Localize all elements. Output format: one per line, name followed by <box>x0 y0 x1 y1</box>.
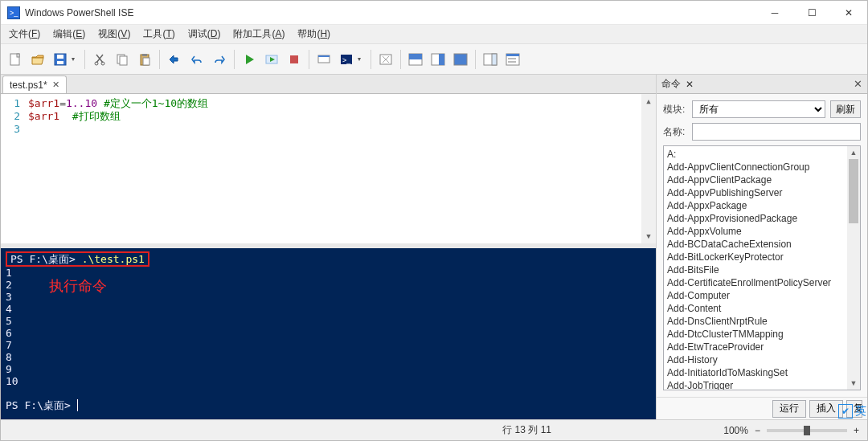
list-item[interactable]: Add-DnsClientNrptRule <box>667 315 844 328</box>
run-selection-button[interactable] <box>262 50 281 69</box>
run-script-from-file-button[interactable] <box>165 50 184 69</box>
ime-indicator[interactable]: ✔ 英 <box>838 404 866 419</box>
new-button[interactable] <box>6 50 25 69</box>
app-window: Windows PowerShell ISE ─ ☐ ✕ 文件(F) 编辑(E)… <box>0 0 868 441</box>
new-remote-tab-button[interactable] <box>314 50 334 69</box>
menu-addons[interactable]: 附加工具(A) <box>228 26 289 43</box>
module-select[interactable]: 所有 <box>692 100 825 118</box>
list-item[interactable]: Add-BitsFile <box>667 263 844 276</box>
paste-button[interactable] <box>135 50 154 69</box>
menu-file[interactable]: 文件(F) <box>4 26 45 43</box>
list-item[interactable]: Add-BitLockerKeyProtector <box>667 251 844 263</box>
zoom-slider[interactable] <box>767 429 847 432</box>
tab-close-icon[interactable]: ✕ <box>52 80 59 90</box>
console-dropdown[interactable]: ▾ <box>358 55 366 63</box>
save-button[interactable] <box>51 50 70 69</box>
commands-scrollbar[interactable]: ▲ ▼ <box>847 146 860 390</box>
stop-button[interactable] <box>285 50 304 69</box>
show-script-pane-right-button[interactable] <box>428 50 448 69</box>
list-item[interactable]: Add-CertificateEnrollmentPolicyServer <box>667 276 844 289</box>
editor-side: test.ps1* ✕ 1 2 3 $arr1=1..10 #定义一个1~10的… <box>1 75 657 419</box>
editor-tabs: test.ps1* ✕ <box>1 75 656 94</box>
clear-console-button[interactable] <box>376 50 395 69</box>
code-area[interactable]: $arr1=1..10 #定义一个1~10的数组$arr1 #打印数组 <box>25 94 641 243</box>
list-item[interactable]: Add-Computer <box>667 289 844 302</box>
undo-button[interactable] <box>187 50 207 69</box>
list-item[interactable]: Add-JobTrigger <box>667 379 844 390</box>
refresh-button[interactable]: 刷新 <box>830 100 861 118</box>
script-editor[interactable]: 1 2 3 $arr1=1..10 #定义一个1~10的数组$arr1 #打印数… <box>1 94 656 243</box>
ime-check-icon[interactable]: ✔ <box>838 404 853 419</box>
console-pane[interactable]: PS F:\桌面> .\test.ps1 12345678910 PS F:\桌… <box>1 248 656 419</box>
show-script-pane-top-button[interactable] <box>406 50 425 69</box>
redo-button[interactable] <box>210 50 229 69</box>
svg-rect-29 <box>508 61 516 63</box>
list-item[interactable]: Add-EtwTraceProvider <box>667 341 844 353</box>
name-label: 名称: <box>663 125 687 139</box>
list-item[interactable]: Add-DtcClusterTMMapping <box>667 328 844 341</box>
open-button[interactable] <box>28 50 47 69</box>
scroll-down-icon[interactable]: ▼ <box>641 229 656 243</box>
list-item[interactable]: Add-AppvClientConnectionGroup <box>667 161 844 174</box>
menu-view[interactable]: 视图(V) <box>93 26 135 43</box>
menu-edit[interactable]: 编辑(E) <box>48 26 90 43</box>
list-item[interactable]: Add-BCDataCacheExtension <box>667 238 844 251</box>
run-button[interactable] <box>240 50 259 69</box>
svg-rect-4 <box>57 61 63 64</box>
pin-icon[interactable]: ✕ <box>684 79 695 90</box>
svg-text:>_: >_ <box>342 56 351 64</box>
menubar: 文件(F) 编辑(E) 视图(V) 工具(T) 调试(D) 附加工具(A) 帮助… <box>1 25 867 44</box>
tab-label: test.ps1* <box>10 80 47 91</box>
zoom-control[interactable]: 100% − + <box>723 425 859 436</box>
menu-help[interactable]: 帮助(H) <box>293 26 335 43</box>
zoom-minus-icon[interactable]: − <box>755 425 760 436</box>
list-item[interactable]: A: <box>667 148 844 161</box>
scroll-up-icon[interactable]: ▲ <box>847 146 860 159</box>
maximize-button[interactable]: ☐ <box>793 1 830 25</box>
close-button[interactable]: ✕ <box>830 1 867 25</box>
ime-language: 英 <box>855 404 866 419</box>
window-title: Windows PowerShell ISE <box>25 7 756 18</box>
scroll-down-icon[interactable]: ▼ <box>847 377 860 390</box>
show-command-addon-button[interactable] <box>481 50 500 69</box>
svg-rect-28 <box>508 58 516 59</box>
editor-tab[interactable]: test.ps1* ✕ <box>2 76 67 93</box>
commands-footer: 运行 插入 复 ✔ 英 <box>657 397 867 419</box>
list-item[interactable]: Add-Content <box>667 302 844 315</box>
commands-header: 命令 ✕ ✕ <box>657 75 867 94</box>
menu-debug[interactable]: 调试(D) <box>183 26 226 43</box>
list-item[interactable]: Add-AppxProvisionedPackage <box>667 212 844 225</box>
toolbar: ▾ >_ ▾ <box>1 44 867 75</box>
run-cmd-button[interactable]: 运行 <box>772 400 806 418</box>
list-item[interactable]: Add-InitiatorIdToMaskingSet <box>667 366 844 379</box>
line-gutter: 1 2 3 <box>1 94 25 243</box>
statusbar: 行 13 列 11 100% − + <box>1 419 867 440</box>
cut-button[interactable] <box>90 50 109 69</box>
menu-tools[interactable]: 工具(T) <box>138 26 179 43</box>
list-item[interactable]: Add-AppxPackage <box>667 199 844 212</box>
commands-list[interactable]: A:Add-AppvClientConnectionGroupAdd-AppvC… <box>664 146 847 390</box>
panel-close-icon[interactable]: ✕ <box>854 78 862 90</box>
commands-panel: 命令 ✕ ✕ 模块: 所有 刷新 名称: A:Add-AppvClientCon… <box>657 75 867 419</box>
scroll-up-icon[interactable]: ▲ <box>641 94 656 108</box>
scroll-thumb[interactable] <box>849 159 858 223</box>
save-dropdown[interactable]: ▾ <box>72 55 80 63</box>
list-item[interactable]: Add-AppvPublishingServer <box>667 186 844 199</box>
copy-button[interactable] <box>113 50 132 69</box>
editor-scrollbar[interactable]: ▲ ▼ <box>641 94 656 243</box>
minimize-button[interactable]: ─ <box>756 1 793 25</box>
show-command-window-button[interactable] <box>503 50 522 69</box>
show-script-pane-max-button[interactable] <box>451 50 470 69</box>
commands-title: 命令 <box>661 77 681 91</box>
svg-rect-15 <box>318 55 330 57</box>
titlebar: Windows PowerShell ISE ─ ☐ ✕ <box>1 1 867 25</box>
svg-rect-23 <box>454 54 467 65</box>
list-item[interactable]: Add-AppxVolume <box>667 225 844 238</box>
list-item[interactable]: Add-History <box>667 353 844 366</box>
cmd-highlight: PS F:\桌面> .\test.ps1 <box>6 251 149 267</box>
powershell-console-button[interactable]: >_ <box>337 50 356 69</box>
list-item[interactable]: Add-AppvClientPackage <box>667 174 844 186</box>
zoom-plus-icon[interactable]: + <box>854 425 859 436</box>
name-input[interactable] <box>692 123 861 141</box>
svg-rect-1 <box>17 54 19 57</box>
